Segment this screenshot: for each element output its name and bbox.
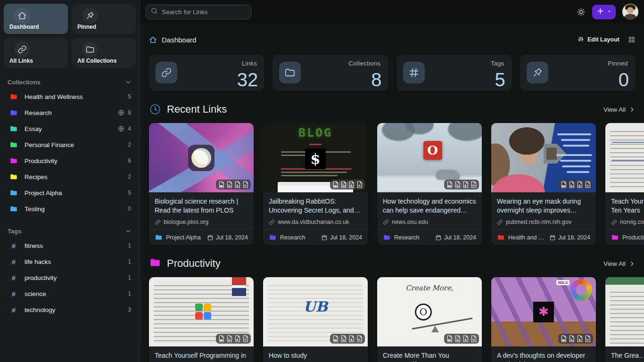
link-thumbnail	[491, 123, 596, 192]
stat-card-collections[interactable]: Collections8	[272, 55, 388, 91]
collection-item[interactable]: Health and Wellness5	[4, 89, 136, 105]
format-icons-pill	[558, 334, 593, 344]
collection-item[interactable]: Productivity6	[4, 153, 136, 169]
sidebar-item-dashboard[interactable]: Dashboard	[4, 4, 68, 34]
stat-label: Pinned	[608, 60, 628, 67]
stat-card-tags[interactable]: Tags5	[396, 55, 512, 91]
view-all-link[interactable]: View All	[603, 260, 636, 267]
tag-count: 3	[128, 306, 131, 313]
collection-item[interactable]: Recipes2	[4, 169, 136, 185]
link-card[interactable]: Teach Yourself Programming in Ten Yearsn…	[605, 123, 644, 245]
home-icon	[149, 36, 157, 44]
collection-item[interactable]: Project Alpha5	[4, 185, 136, 201]
link-icon	[269, 219, 275, 225]
link-card[interactable]: Biological science research | Read the l…	[149, 123, 254, 245]
view-all-label: View All	[603, 260, 626, 267]
link-icon	[383, 219, 389, 225]
tag-item[interactable]: #life hacks1	[4, 254, 136, 270]
thumb-art	[309, 144, 322, 145]
card-date: Jul 18, 2024	[321, 234, 362, 241]
pdf-file-icon	[348, 181, 355, 188]
collection-item[interactable]: Research8	[4, 105, 136, 121]
link-thumbnail	[149, 277, 254, 346]
collection-item[interactable]: Testing0	[4, 201, 136, 217]
collection-count: 4	[128, 125, 131, 132]
sidebar-item-all-collections[interactable]: All Collections	[72, 38, 136, 68]
search-input[interactable]	[162, 8, 242, 16]
search-icon	[150, 7, 158, 15]
folder-icon	[155, 233, 163, 241]
text-file-icon	[585, 335, 591, 342]
folder-icon	[85, 45, 95, 54]
stat-icon-tile	[403, 62, 425, 83]
link-card[interactable]: UB How to study	[263, 277, 368, 362]
thumb-art	[436, 170, 460, 180]
collection-count: 8	[128, 109, 131, 116]
link-card[interactable]: Teach Yourself Programming in Ten Years	[149, 277, 254, 362]
link-thumbnail: UB	[263, 277, 368, 346]
tag-name: science	[25, 290, 128, 297]
chevron-down-icon[interactable]	[124, 227, 132, 235]
tag-item[interactable]: #science1	[4, 286, 136, 302]
add-new-button[interactable]	[592, 5, 616, 19]
sidebar-item-all-links[interactable]: All Links	[4, 38, 68, 68]
link-card[interactable]: The Grea…	[605, 277, 644, 362]
sidebar-item-pinned[interactable]: Pinned	[72, 4, 136, 34]
tag-count: 1	[128, 242, 131, 249]
hash-icon: #	[9, 258, 18, 266]
link-icon	[155, 219, 161, 225]
nav-tile-label: Dashboard	[9, 24, 39, 30]
sun-icon[interactable]	[577, 8, 586, 16]
folder-icon	[149, 256, 161, 271]
link-thumbnail: BLOG$	[263, 123, 368, 192]
card-collection-name: Project Alpha	[166, 234, 201, 241]
folder-icon	[611, 233, 619, 241]
thumb-badge: O	[415, 304, 432, 321]
link-card[interactable]: O How technology and economics can help …	[377, 123, 482, 245]
link-url: pubmed.ncbi.nlm.nih.gov	[497, 219, 590, 225]
thumb-text: SDLC	[556, 280, 570, 285]
link-url-text: pubmed.ncbi.nlm.nih.gov	[506, 219, 571, 225]
thumb-art	[232, 277, 246, 296]
stat-card-pinned[interactable]: Pinned0	[520, 55, 636, 91]
link-card[interactable]: BLOG$ Jailbreaking RabbitOS: Uncovering …	[263, 123, 368, 245]
stat-icon-tile	[527, 62, 548, 83]
folder-icon	[9, 92, 18, 101]
sun-icon	[577, 8, 586, 16]
sliders-icon	[578, 36, 584, 42]
thumb-art	[561, 139, 590, 141]
grid-view-icon	[628, 36, 636, 43]
collection-count: 2	[128, 141, 131, 148]
tag-item[interactable]: #productivity1	[4, 270, 136, 286]
collection-item[interactable]: Personal Finance2	[4, 137, 136, 153]
view-all-link[interactable]: View All	[603, 106, 636, 113]
card-date-text: Jul 18, 2024	[330, 234, 362, 241]
topbar	[140, 0, 644, 24]
search-icon	[150, 7, 158, 16]
chevron-right-icon	[628, 106, 636, 113]
tag-item[interactable]: #technology3	[4, 302, 136, 318]
stat-card-links[interactable]: Links32	[149, 55, 264, 91]
link-card[interactable]: Wearing an eye mask during overnight sle…	[491, 123, 596, 245]
collection-count: 5	[128, 189, 131, 196]
thumb-art	[605, 277, 644, 285]
link-title: Jailbreaking RabbitOS: Uncovering Secret…	[269, 197, 362, 215]
nav-tile-label: Pinned	[77, 24, 96, 30]
sidebar-nav-grid: DashboardPinnedAll LinksAll Collections	[4, 4, 136, 68]
thumb-badge: O	[423, 141, 442, 160]
link-card[interactable]: SDLC✱ A dev's thoughts on developer prod…	[491, 277, 596, 362]
collection-item[interactable]: Essay4	[4, 121, 136, 137]
edit-layout-button[interactable]: Edit Layout	[578, 36, 619, 44]
card-date-text: Jul 18, 2024	[558, 234, 590, 241]
collection-count: 2	[128, 173, 131, 180]
grid-view-icon[interactable]	[628, 36, 636, 43]
avatar[interactable]	[622, 4, 638, 20]
clock-icon	[149, 103, 161, 115]
thumb-art	[556, 154, 592, 156]
plus-icon	[596, 7, 604, 15]
chevron-down-icon[interactable]	[124, 78, 132, 86]
image-file-icon	[569, 181, 575, 188]
thumb-art	[324, 151, 351, 153]
tag-item[interactable]: #fitness1	[4, 238, 136, 254]
link-card[interactable]: Create More,O Create More Than You Consu…	[377, 277, 482, 362]
